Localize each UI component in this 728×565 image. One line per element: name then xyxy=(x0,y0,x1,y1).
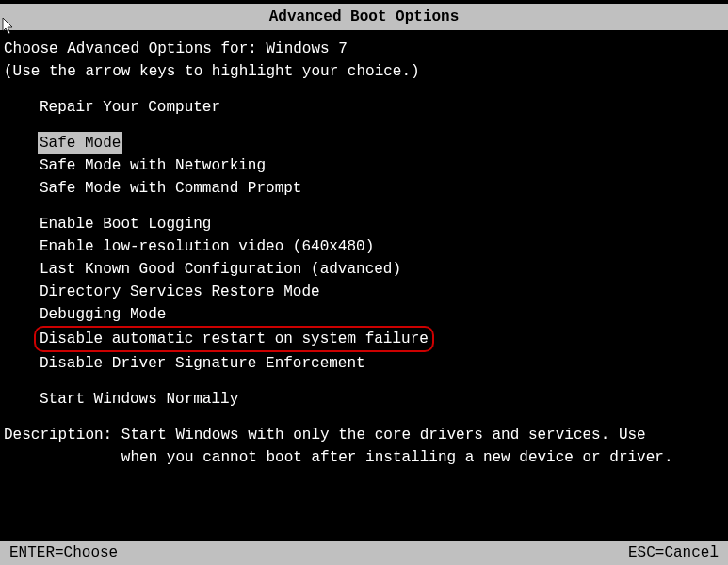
title-bar: Advanced Boot Options xyxy=(0,4,728,30)
menu-item[interactable]: Repair Your Computer xyxy=(38,96,222,119)
menu-item[interactable]: Safe Mode with Networking xyxy=(38,154,267,177)
content-area: Choose Advanced Options for: Windows 7 (… xyxy=(0,30,728,469)
os-name: Windows 7 xyxy=(266,40,347,57)
prompt-line: Choose Advanced Options for: Windows 7 xyxy=(4,38,724,60)
title-text: Advanced Boot Options xyxy=(269,8,460,25)
menu-group: Enable Boot LoggingEnable low-resolution… xyxy=(38,213,724,375)
menu-item[interactable]: Debugging Mode xyxy=(38,303,168,326)
footer-enter: ENTER=Choose xyxy=(9,541,118,564)
footer-bar: ENTER=Choose ESC=Cancel xyxy=(0,541,728,565)
menu-group: Start Windows Normally xyxy=(38,388,724,411)
menu-item[interactable]: Last Known Good Configuration (advanced) xyxy=(38,258,403,281)
menu-item[interactable]: Safe Mode xyxy=(38,132,122,154)
menu-group: Repair Your Computer xyxy=(38,96,724,119)
menu-item[interactable]: Directory Services Restore Mode xyxy=(38,281,322,303)
footer-esc: ESC=Cancel xyxy=(628,541,719,564)
instruction-line: (Use the arrow keys to highlight your ch… xyxy=(4,60,724,83)
menu-item[interactable]: Start Windows Normally xyxy=(38,388,240,411)
menu-item[interactable]: Disable Driver Signature Enforcement xyxy=(38,352,367,375)
boot-menu[interactable]: Repair Your ComputerSafe ModeSafe Mode w… xyxy=(38,96,724,411)
menu-item[interactable]: Safe Mode with Command Prompt xyxy=(38,177,303,200)
description-block: Description: Start Windows with only the… xyxy=(4,424,724,469)
description-label: Description: xyxy=(4,427,121,444)
menu-group: Safe ModeSafe Mode with NetworkingSafe M… xyxy=(38,132,724,200)
menu-item[interactable]: Enable Boot Logging xyxy=(38,213,213,235)
menu-item[interactable]: Enable low-resolution video (640x480) xyxy=(38,235,376,258)
menu-item[interactable]: Disable automatic restart on system fail… xyxy=(34,326,434,352)
